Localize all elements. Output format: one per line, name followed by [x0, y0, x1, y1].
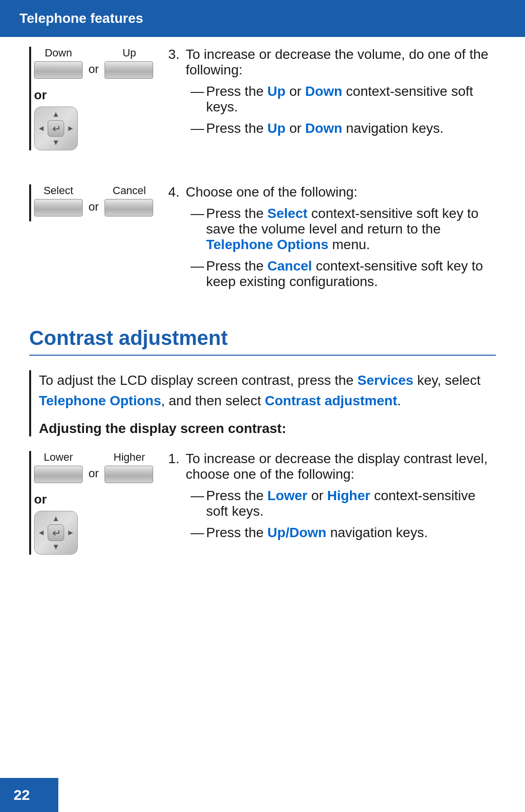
cancel-link: Cancel	[267, 258, 312, 273]
nav-down-arrow: ▼	[52, 138, 60, 147]
step4-content: Choose one of the following: — Press the…	[186, 184, 496, 295]
contrast-or: or	[88, 467, 99, 483]
step4-cancel-btn	[105, 199, 153, 217]
step3-label-up: Up	[105, 47, 154, 59]
contrast-bullet2-text: Press the Up/Down navigation keys.	[206, 525, 428, 541]
nav-up-arrow: ▲	[52, 110, 60, 119]
contrast-step1-content: To increase or decrease the display cont…	[186, 451, 496, 546]
contrast-heading: Contrast adjustment	[29, 326, 496, 350]
step3-image-col: Down Up or or ▲ ▼ ◄ ►	[29, 47, 154, 150]
page-header: Telephone features	[0, 0, 525, 37]
nav-right-arrow: ►	[67, 124, 74, 133]
up-link2: Up	[267, 121, 285, 136]
page-footer: 22	[0, 778, 58, 812]
telephone-options-link1: Telephone Options	[206, 237, 328, 252]
contrast-step1-intro: To increase or decrease the display cont…	[186, 451, 488, 482]
step4-bullet1-text: Press the Select context-sensitive soft …	[206, 206, 496, 253]
contrast-or-bold: or	[34, 492, 47, 507]
step4-label-select: Select	[34, 184, 83, 197]
up-link1: Up	[267, 84, 285, 99]
step4-label-cancel: Cancel	[105, 184, 154, 197]
telephone-options-link2: Telephone Options	[39, 393, 161, 408]
step4-text-col: 4. Choose one of the following: — Press …	[168, 184, 496, 307]
step3-row: Down Up or or ▲ ▼ ◄ ►	[29, 47, 496, 165]
contrast-nav-right: ►	[67, 528, 74, 537]
step3-bullet2: — Press the Up or Down navigation keys.	[186, 121, 496, 136]
services-link: Services	[357, 373, 413, 388]
step3-nav-key: ▲ ▼ ◄ ►	[34, 107, 78, 150]
lower-link: Lower	[267, 488, 307, 503]
intro-text1: To adjust the LCD display screen contras…	[39, 373, 357, 388]
contrast-nav-left: ◄	[37, 528, 45, 537]
nav-left-arrow: ◄	[37, 124, 45, 133]
select-link: Select	[267, 206, 308, 221]
header-title: Telephone features	[19, 11, 143, 26]
contrast-section: Contrast adjustment To adjust the LCD di…	[29, 326, 496, 569]
section-divider	[29, 355, 496, 356]
step3-content: To increase or decrease the volume, do o…	[186, 47, 496, 142]
contrast-nav-down: ▼	[52, 542, 60, 551]
intro-text3: , and then select	[161, 393, 264, 408]
step4-label-row: Select Cancel	[34, 184, 154, 197]
contrast-center-btn	[48, 524, 64, 541]
step4-bullet2-text: Press the Cancel context-sensitive soft …	[206, 258, 496, 289]
down-link1: Down	[305, 84, 342, 99]
step3-label-row: Down Up	[34, 47, 154, 59]
contrast-enter-icon	[52, 528, 60, 537]
step4-bullet1: — Press the Select context-sensitive sof…	[186, 206, 496, 253]
contrast-label-lower: Lower	[34, 451, 83, 464]
step4-image-col: Select Cancel or	[29, 184, 154, 221]
contrast-image-col: Lower Higher or or ▲ ▼ ◄ ►	[29, 451, 154, 555]
higher-link: Higher	[327, 488, 370, 503]
contrast-label-row: Lower Higher	[34, 451, 154, 464]
contrast-nav-key: ▲ ▼ ◄ ►	[34, 511, 78, 555]
step4-bullet2: — Press the Cancel context-sensitive sof…	[186, 258, 496, 289]
step3-or-bold: or	[34, 88, 47, 103]
step3-label-down: Down	[34, 47, 83, 59]
step3-or: or	[88, 62, 99, 79]
contrast-step1-row: Lower Higher or or ▲ ▼ ◄ ►	[29, 451, 496, 569]
step4-select-btn	[34, 199, 83, 217]
step3-dash2: —	[191, 121, 204, 136]
main-content: Down Up or or ▲ ▼ ◄ ►	[0, 37, 525, 618]
contrast-nav-up: ▲	[52, 514, 60, 523]
step4-intro: Choose one of the following:	[186, 184, 357, 199]
step4-or: or	[88, 200, 99, 217]
contrast-dash2: —	[191, 525, 204, 541]
contrast-intro-block: To adjust the LCD display screen contras…	[29, 370, 496, 436]
step3-bullet1: — Press the Up or Down context-sensitive…	[186, 84, 496, 115]
step3-text-col: 3. To increase or decrease the volume, d…	[168, 47, 496, 154]
step3-intro: To increase or decrease the volume, do o…	[186, 47, 489, 77]
step4-number: 4.	[168, 184, 186, 200]
contrast-bullet2: — Press the Up/Down navigation keys.	[186, 525, 496, 541]
step4-bullets: — Press the Select context-sensitive sof…	[186, 206, 496, 289]
contrast-lower-btn	[34, 466, 83, 483]
contrast-intro: To adjust the LCD display screen contras…	[39, 370, 496, 411]
intro-text2: key, select	[413, 373, 480, 388]
step4-item: 4. Choose one of the following: — Press …	[168, 184, 496, 295]
nav-center-btn	[48, 120, 64, 137]
step4-dash2: —	[191, 258, 204, 274]
step3-bullet2-text: Press the Up or Down navigation keys.	[206, 121, 444, 136]
step3-num-list: 3. To increase or decrease the volume, d…	[168, 47, 496, 142]
contrast-bullet1-text: Press the Lower or Higher context-sensit…	[206, 488, 496, 519]
enter-icon	[52, 124, 60, 133]
contrast-bullet1: — Press the Lower or Higher context-sens…	[186, 488, 496, 519]
step3-number: 3.	[168, 47, 186, 62]
step3-softkey-row: or	[34, 61, 153, 79]
contrast-subheading: Adjusting the display screen contrast:	[39, 421, 496, 436]
contrast-text-col: 1. To increase or decrease the display c…	[168, 451, 496, 558]
step4-dash1: —	[191, 206, 204, 221]
step3-bullets: — Press the Up or Down context-sensitive…	[186, 84, 496, 136]
intro-text4: .	[397, 393, 401, 408]
contrast-higher-btn	[105, 466, 153, 483]
contrast-step1-bullets: — Press the Lower or Higher context-sens…	[186, 488, 496, 541]
contrast-step1-item: 1. To increase or decrease the display c…	[168, 451, 496, 546]
contrast-step1-number: 1.	[168, 451, 186, 467]
down-link2: Down	[305, 121, 342, 136]
contrast-num-list: 1. To increase or decrease the display c…	[168, 451, 496, 546]
step3-item: 3. To increase or decrease the volume, d…	[168, 47, 496, 142]
updown-link: Up/Down	[267, 525, 326, 540]
page-number: 22	[14, 787, 30, 803]
contrast-adjustment-link: Contrast adjustment	[265, 393, 397, 408]
